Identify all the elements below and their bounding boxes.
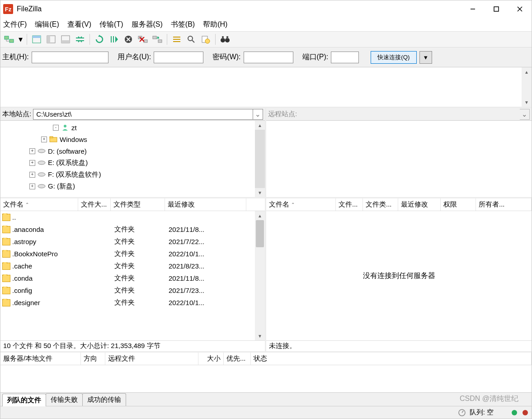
col-filetype[interactable]: 文件类型 bbox=[111, 198, 165, 211]
menubar: 文件(F) 编辑(E) 查看(V) 传输(T) 服务器(S) 书签(B) 帮助(… bbox=[0, 18, 532, 31]
queue-list[interactable] bbox=[0, 365, 532, 392]
expand-icon[interactable]: + bbox=[29, 172, 35, 178]
process-queue-icon[interactable] bbox=[107, 33, 121, 46]
menu-help[interactable]: 帮助(H) bbox=[202, 19, 228, 30]
sync-browse-icon[interactable] bbox=[73, 33, 87, 46]
tab-queued[interactable]: 列队的文件 bbox=[2, 394, 46, 406]
col-filesize[interactable]: 文件... bbox=[336, 198, 363, 211]
col-remote-file[interactable]: 远程文件 bbox=[105, 353, 198, 365]
menu-view[interactable]: 查看(V) bbox=[66, 19, 92, 30]
col-direction[interactable]: 方向 bbox=[81, 353, 105, 365]
local-files-scrollbar[interactable]: ▲ ▼ bbox=[255, 211, 265, 340]
file-row[interactable]: .BookxNotePro文件夹2022/10/1... bbox=[0, 248, 255, 260]
col-filesize[interactable]: 文件大... bbox=[78, 198, 111, 211]
col-status[interactable]: 状态 bbox=[251, 353, 532, 365]
queue-tabs: 列队的文件 传输失败 成功的传输 bbox=[0, 392, 532, 406]
col-size[interactable]: 大小 bbox=[198, 353, 224, 365]
cancel-icon[interactable] bbox=[122, 33, 135, 46]
menu-edit[interactable]: 编辑(E) bbox=[34, 19, 60, 30]
sitemanager-icon[interactable] bbox=[2, 33, 16, 46]
menu-transfer[interactable]: 传输(T) bbox=[99, 19, 124, 30]
file-modified: 2021/8/23... bbox=[165, 262, 219, 270]
minimize-button[interactable] bbox=[461, 0, 485, 18]
port-input[interactable] bbox=[331, 52, 359, 63]
col-modified[interactable]: 最近修改 bbox=[165, 198, 246, 211]
close-button[interactable] bbox=[508, 0, 532, 18]
file-row[interactable]: .. bbox=[0, 211, 255, 223]
scroll-down-icon[interactable]: ▼ bbox=[255, 188, 265, 197]
col-priority[interactable]: 优先... bbox=[224, 353, 251, 365]
local-site-input[interactable] bbox=[33, 109, 253, 120]
scroll-down-icon[interactable]: ▼ bbox=[522, 98, 532, 107]
scroll-down-icon[interactable]: ▼ bbox=[255, 331, 265, 340]
tree-label: G: (新盘) bbox=[48, 182, 75, 191]
tree-item[interactable]: -zt bbox=[0, 122, 255, 133]
tree-item[interactable]: +Windows bbox=[0, 133, 255, 145]
expand-icon[interactable]: + bbox=[29, 148, 35, 154]
log-content[interactable] bbox=[0, 67, 522, 107]
username-input[interactable] bbox=[154, 52, 203, 63]
menu-bookmarks[interactable]: 书签(B) bbox=[170, 19, 196, 30]
filter-icon[interactable] bbox=[170, 33, 184, 46]
statusbar: 队列: 空 bbox=[0, 406, 532, 419]
col-modified[interactable]: 最近修改 bbox=[398, 198, 441, 211]
scroll-up-icon[interactable]: ▲ bbox=[255, 211, 265, 220]
tree-item[interactable]: +E: (双系统盘) bbox=[0, 157, 255, 169]
svg-point-41 bbox=[38, 173, 45, 176]
col-server-local[interactable]: 服务器/本地文件 bbox=[0, 353, 81, 365]
tab-success[interactable]: 成功的传输 bbox=[82, 393, 126, 406]
quickconnect-button[interactable]: 快速连接(Q) bbox=[371, 51, 416, 64]
menu-file[interactable]: 文件(F) bbox=[2, 19, 28, 30]
folder-icon bbox=[2, 275, 10, 282]
expand-icon[interactable]: + bbox=[29, 160, 35, 166]
tree-item[interactable]: +F: (双系统盘软件) bbox=[0, 169, 255, 180]
reconnect-icon[interactable] bbox=[151, 33, 164, 46]
tab-failed[interactable]: 传输失败 bbox=[46, 393, 83, 406]
expand-icon[interactable]: + bbox=[29, 184, 35, 189]
local-tree[interactable]: -zt+Windows+D: (software)+E: (双系统盘)+F: (… bbox=[0, 121, 255, 197]
remote-site-dropdown[interactable]: ⌄ bbox=[520, 109, 530, 120]
file-row[interactable]: .config文件夹2021/7/23... bbox=[0, 284, 255, 297]
scroll-up-icon[interactable]: ▲ bbox=[522, 67, 532, 76]
file-row[interactable]: .cache文件夹2021/8/23... bbox=[0, 260, 255, 272]
quickconnect-dropdown[interactable]: ▾ bbox=[419, 51, 432, 64]
local-site-dropdown[interactable]: ⌄ bbox=[253, 109, 263, 120]
search-icon[interactable] bbox=[184, 33, 198, 46]
col-owner[interactable]: 所有者... bbox=[476, 198, 532, 211]
file-modified: 2022/10/1... bbox=[165, 250, 219, 258]
file-row[interactable]: .anaconda文件夹2021/11/8... bbox=[0, 223, 255, 235]
dropdown-icon[interactable]: ▾ bbox=[17, 33, 24, 46]
expand-icon[interactable]: + bbox=[41, 137, 47, 142]
drive-icon bbox=[37, 147, 46, 155]
toggle-tree-icon[interactable] bbox=[44, 33, 58, 46]
password-input[interactable] bbox=[244, 52, 293, 63]
local-columns: 文件名 文件大... 文件类型 最近修改 bbox=[0, 198, 265, 211]
refresh-icon[interactable] bbox=[93, 33, 106, 46]
remote-files-pane: 文件名 文件... 文件类... 最近修改 权限 所有者... 没有连接到任何服… bbox=[266, 198, 532, 351]
file-row[interactable]: .astropy文件夹2021/7/22... bbox=[0, 235, 255, 248]
file-row[interactable]: .designer文件夹2022/10/1... bbox=[0, 297, 255, 309]
col-filename[interactable]: 文件名 bbox=[266, 198, 336, 211]
binoculars-icon[interactable] bbox=[218, 33, 232, 46]
toggle-queue-icon[interactable] bbox=[59, 33, 72, 46]
col-permissions[interactable]: 权限 bbox=[441, 198, 476, 211]
col-filetype[interactable]: 文件类... bbox=[363, 198, 398, 211]
disconnect-icon[interactable] bbox=[136, 33, 150, 46]
file-row[interactable]: .conda文件夹2021/11/8... bbox=[0, 272, 255, 284]
app-icon: Fz bbox=[3, 4, 13, 14]
host-input[interactable] bbox=[32, 52, 108, 63]
toggle-log-icon[interactable] bbox=[30, 33, 43, 46]
col-filename[interactable]: 文件名 bbox=[0, 198, 78, 211]
log-scrollbar[interactable]: ▲ ▼ bbox=[522, 67, 532, 107]
local-tree-scrollbar[interactable]: ▲ ▼ bbox=[255, 121, 265, 197]
remote-tree[interactable] bbox=[266, 121, 532, 197]
local-file-list[interactable]: ...anaconda文件夹2021/11/8....astropy文件夹202… bbox=[0, 211, 255, 340]
expand-icon[interactable]: - bbox=[53, 125, 59, 131]
scroll-up-icon[interactable]: ▲ bbox=[255, 121, 265, 130]
tree-item[interactable]: +G: (新盘) bbox=[0, 180, 255, 192]
tree-item[interactable]: +D: (software) bbox=[0, 145, 255, 157]
compare-icon[interactable] bbox=[199, 33, 212, 46]
svg-rect-35 bbox=[226, 36, 228, 39]
menu-server[interactable]: 服务器(S) bbox=[131, 19, 164, 30]
maximize-button[interactable] bbox=[485, 0, 508, 18]
